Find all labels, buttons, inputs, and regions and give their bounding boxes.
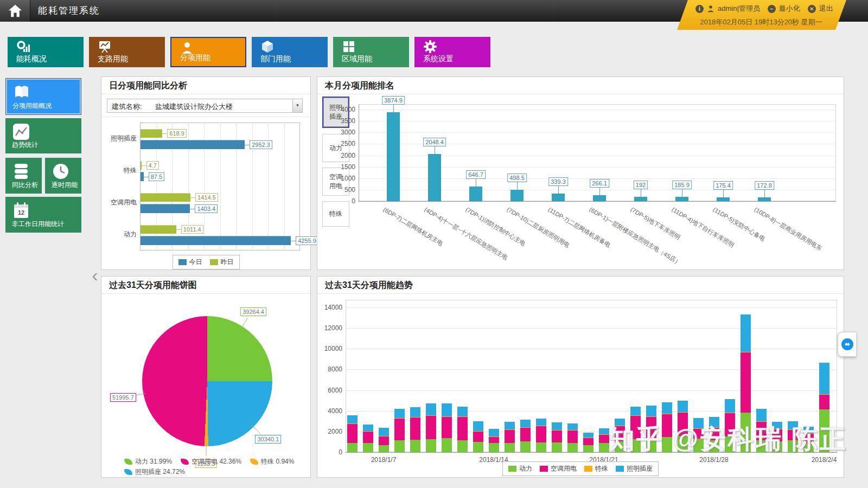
ranking-bar	[552, 194, 565, 201]
stack-segment-照明插座	[394, 409, 405, 418]
stack-segment-照明插座	[803, 427, 814, 433]
chevron-down-icon[interactable]: ▼	[292, 99, 302, 112]
minimize-icon[interactable]: −	[768, 5, 776, 13]
stack-segment-照明插座	[567, 423, 578, 431]
stack-segment-动力	[394, 440, 405, 452]
stack-segment-特殊	[725, 413, 735, 413]
stack-segment-特殊	[788, 429, 798, 430]
stack-segment-空调用电	[410, 418, 420, 440]
pie-callout-label: 51995.7	[110, 393, 136, 402]
sidebar-item-nonworkday-stats[interactable]: 12 非工作日用能统计	[5, 197, 81, 233]
legend-item: 特殊	[584, 464, 608, 473]
stack-segment-动力	[410, 440, 420, 452]
stack-segment-动力	[678, 436, 688, 452]
close-icon[interactable]: ✕	[808, 5, 816, 13]
stack-segment-空调用电	[347, 424, 358, 443]
stack-segment-动力	[756, 440, 767, 452]
teamviewer-icon	[841, 338, 854, 351]
stack-segment-照明插座	[599, 428, 609, 434]
exit-button[interactable]: 退出	[819, 4, 833, 14]
value-label: 2952.3	[250, 140, 272, 149]
stack-segment-空调用电	[678, 412, 688, 436]
stack-segment-空调用电	[363, 431, 373, 444]
ytick-label: 2500	[334, 140, 355, 147]
value-label: 646.7	[466, 170, 486, 179]
label-connector	[764, 189, 765, 197]
stack-segment-空调用电	[379, 436, 389, 445]
building-value: 盐城建筑设计院办公大楼	[155, 102, 233, 112]
cube-icon	[260, 40, 275, 54]
sidebar-item-yoy-analysis[interactable]: 同比分析	[5, 158, 42, 194]
sidebar-collapse-arrow[interactable]: ‹	[89, 265, 101, 286]
stack-segment-照明插座	[678, 401, 688, 412]
stack-segment-照明插座	[379, 428, 389, 435]
daily-comparison-chart: 照明插座618.92952.3特殊4.787.5空调用电1414.51403.4…	[101, 123, 310, 269]
label-connector	[291, 241, 296, 241]
gridline	[346, 307, 837, 308]
sidebar-item-hourly-energy[interactable]: 逐时用能	[45, 158, 81, 194]
minimize-button[interactable]: 最小化	[779, 4, 800, 14]
building-combobox[interactable]: 建筑名称: 盐城建筑设计院办公大楼 ▼	[107, 99, 303, 113]
label-connector	[393, 104, 394, 112]
ytick-label: 8000	[318, 365, 342, 373]
stack-segment-照明插座	[442, 403, 452, 416]
label-connector	[723, 189, 724, 197]
stack-segment-动力	[599, 443, 609, 452]
stack-segment-照明插座	[583, 433, 593, 438]
stack-segment-动力	[442, 438, 452, 452]
xtick-label: 2018/1/7	[365, 456, 403, 464]
home-button[interactable]	[0, 0, 30, 22]
stack-segment-动力	[457, 440, 468, 452]
stack-segment-特殊	[457, 416, 468, 417]
stack-segment-特殊	[693, 428, 704, 429]
legend-item: 照明插座	[616, 464, 653, 473]
value-label: 618.9	[167, 129, 187, 138]
nav-tile-overview[interactable]: 能耗概况	[8, 37, 84, 67]
stack-segment-动力	[426, 439, 436, 452]
stack-segment-动力	[615, 441, 625, 452]
info-icon[interactable]: i	[695, 5, 704, 13]
nav-tile-settings[interactable]: 系统设置	[414, 37, 490, 67]
value-label: 3874.9	[382, 96, 405, 105]
pie-chart-31days: 39264.451995.71153.330340.1动力 31.99%空调用电…	[101, 294, 310, 477]
stack-segment-空调用电	[552, 430, 562, 442]
label-connector	[558, 185, 559, 194]
stack-segment-动力	[363, 443, 373, 452]
stack-segment-动力	[803, 444, 814, 452]
stack-segment-照明插座	[363, 425, 373, 431]
sidebar-item-trend-stats[interactable]: 趋势统计	[5, 118, 81, 153]
category-label: 空调用电	[101, 198, 137, 207]
value-label: 172.8	[755, 181, 774, 190]
nav-tile-branch[interactable]: 支路用能	[89, 37, 165, 67]
legend-item: 动力	[508, 464, 532, 473]
stack-segment-照明插座	[552, 422, 562, 430]
book-icon	[12, 83, 31, 101]
ytick-label: 500	[334, 186, 355, 194]
category-label: 特殊	[101, 166, 137, 175]
nav-tile-department[interactable]: 部门用能	[252, 37, 328, 67]
pie-callout-label: 39264.4	[240, 307, 266, 316]
ytick-label: 2000	[318, 428, 342, 435]
ytick-label: 1500	[334, 163, 355, 171]
remote-assist-dock[interactable]	[838, 332, 856, 357]
panel-trend-31days: 过去31天分项用能趋势 0200040006000800010000120001…	[317, 276, 844, 478]
nav-tile-region[interactable]: 区域用能	[333, 37, 409, 67]
sidebar-item-subentry-overview[interactable]: 分项用能概况	[5, 78, 81, 115]
value-label: 1403.4	[195, 204, 218, 213]
stack-segment-特殊	[615, 426, 625, 426]
stack-segment-动力	[630, 439, 641, 452]
pie-bars-icon	[16, 40, 30, 54]
stack-segment-空调用电	[536, 426, 546, 442]
bar-今日	[141, 204, 190, 213]
stack-segment-照明插座	[473, 421, 483, 431]
stack-segment-空调用电	[583, 438, 593, 445]
home-icon	[8, 4, 23, 18]
clock-icon	[52, 162, 70, 181]
stack-segment-空调用电	[756, 421, 767, 440]
legend-item: 今日	[178, 258, 202, 267]
stack-segment-特殊	[394, 418, 405, 419]
bar-昨日	[141, 129, 162, 138]
user-ribbon: i admin|管理员 − 最小化 ✕ 退出 2018年02月05日 19时13…	[677, 0, 846, 30]
stack-segment-空调用电	[709, 427, 719, 440]
nav-tile-subentry[interactable]: 分项用能	[170, 37, 246, 67]
